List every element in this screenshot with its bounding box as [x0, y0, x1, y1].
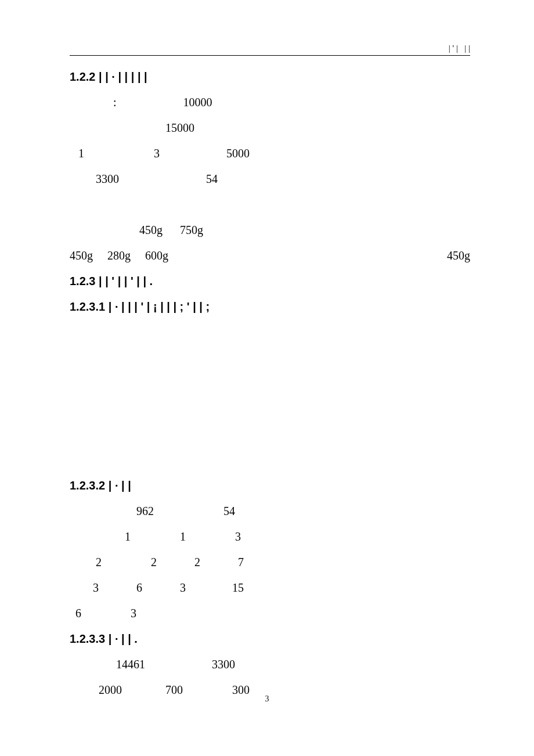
document-content: 1.2.2 | | · | | | | | : 10000 15000 1 3 … — [70, 64, 470, 703]
header-separator — [70, 55, 470, 56]
paragraph-text: 14461 3300 — [70, 651, 470, 677]
paragraph-text: 2 2 2 7 — [70, 549, 470, 575]
paragraph-text: 450g — [447, 243, 470, 268]
section-number: 1.2.3.3 — [70, 632, 105, 645]
section-number: 1.2.3.2 — [70, 479, 105, 492]
paragraph-text: : 10000 — [70, 89, 470, 115]
blank-paragraph — [70, 422, 470, 447]
blank-paragraph — [70, 319, 470, 345]
paragraph-text: 3 6 3 15 — [70, 575, 470, 600]
paragraph-text: 1 3 5000 — [70, 141, 470, 166]
section-title: | | ' | | ' | | . — [99, 275, 153, 287]
paragraph-text: 6 3 — [70, 600, 470, 626]
paragraph-text: 1 1 3 — [70, 524, 470, 549]
heading-1-2-3-3: 1.2.3.3 | · | | . — [70, 626, 470, 651]
section-number: 1.2.2 — [70, 70, 95, 83]
paragraph-text: 450g 280g 600g — [70, 243, 168, 268]
section-number: 1.2.3.1 — [70, 300, 105, 313]
paragraph-text: 15000 — [70, 115, 470, 141]
section-title: | · | | . — [109, 632, 138, 645]
section-title: | · | | — [109, 479, 131, 492]
heading-1-2-3-1: 1.2.3.1 | · | | | ' | ¡ | | | ; ' | | ; — [70, 294, 470, 319]
paragraph-row: 450g 280g 600g 450g — [70, 243, 470, 268]
heading-1-2-3-2: 1.2.3.2 | · | | — [70, 473, 470, 498]
heading-1-2-3: 1.2.3 | | ' | | ' | | . — [70, 268, 470, 294]
paragraph-text: 962 54 — [70, 498, 470, 524]
paragraph-text: 450g 750g — [70, 217, 470, 243]
header-text: | ' | | | — [449, 44, 470, 53]
paragraph-text: 3300 54 — [70, 166, 470, 192]
heading-1-2-2: 1.2.2 | | · | | | | | — [70, 64, 470, 89]
blank-paragraph — [70, 447, 470, 473]
page-number: 3 — [0, 694, 534, 704]
blank-paragraph — [70, 345, 470, 370]
blank-paragraph — [70, 370, 470, 396]
section-title: | | · | | | | | — [99, 70, 147, 83]
paragraph-text — [70, 192, 470, 217]
blank-paragraph — [70, 396, 470, 422]
section-number: 1.2.3 — [70, 275, 95, 287]
section-title: | · | | | ' | ¡ | | | ; ' | | ; — [109, 300, 210, 313]
